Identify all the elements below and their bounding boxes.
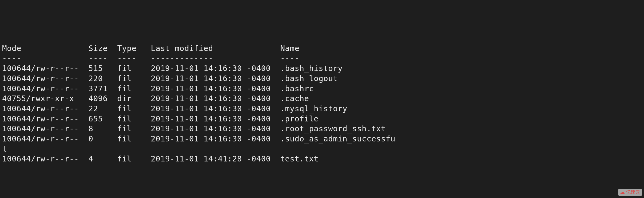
watermark: ☁ 亿速云 [618, 189, 642, 196]
watermark-text: 亿速云 [626, 189, 640, 195]
cloud-icon: ☁ [620, 189, 625, 195]
terminal-output: Mode Size Type Last modified Name ---- -… [2, 43, 642, 164]
